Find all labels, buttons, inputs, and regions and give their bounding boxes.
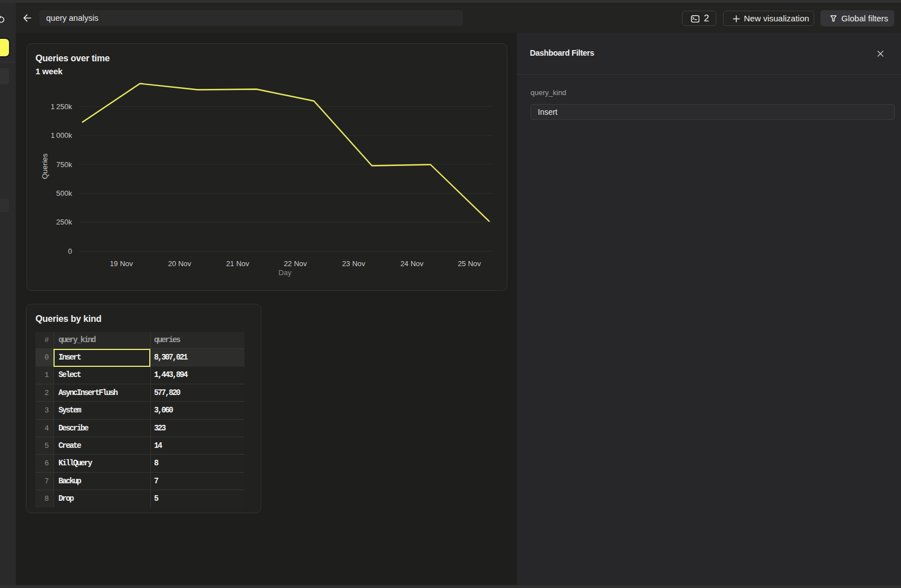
svg-text:Day: Day <box>278 268 292 277</box>
svg-text:0: 0 <box>68 247 72 255</box>
svg-text:19 Nov: 19 Nov <box>110 259 133 268</box>
svg-text:22 Nov: 22 Nov <box>284 259 307 268</box>
svg-text:23 Nov: 23 Nov <box>342 259 365 268</box>
svg-text:250k: 250k <box>56 218 73 226</box>
svg-text:500k: 500k <box>56 189 73 198</box>
svg-text:750k: 750k <box>56 160 73 169</box>
svg-text:1 250k: 1 250k <box>51 102 73 111</box>
svg-text:1 000k: 1 000k <box>51 131 73 140</box>
svg-text:Queries: Queries <box>41 153 49 179</box>
svg-text:25 Nov: 25 Nov <box>458 259 481 268</box>
svg-text:24 Nov: 24 Nov <box>400 259 424 268</box>
svg-text:20 Nov: 20 Nov <box>168 259 191 268</box>
svg-text:21 Nov: 21 Nov <box>226 259 249 268</box>
